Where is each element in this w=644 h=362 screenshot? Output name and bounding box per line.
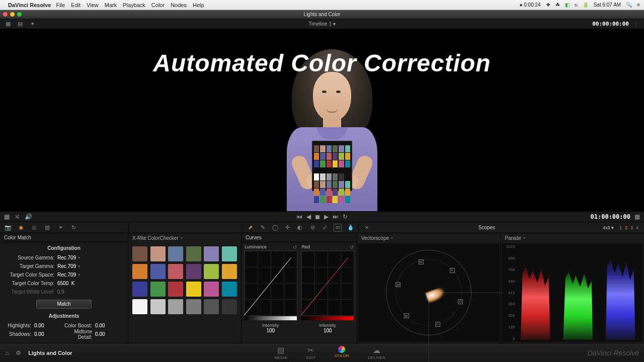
sizing-icon[interactable]: ⤢: [321, 224, 329, 232]
swatch[interactable]: [204, 299, 219, 314]
swatch[interactable]: [168, 299, 183, 314]
camera-icon[interactable]: 📷: [4, 224, 12, 232]
swatch[interactable]: [132, 299, 147, 314]
shuffle-icon[interactable]: ⤭: [15, 213, 20, 220]
scope-page-button[interactable]: 2: [623, 225, 629, 230]
more-icon[interactable]: ⋮: [632, 20, 640, 28]
settings-icon[interactable]: ⚙: [16, 349, 21, 356]
nav-tab-deliver[interactable]: ☁ DELIVER: [368, 346, 385, 360]
swatch[interactable]: [204, 264, 219, 279]
intensity-value[interactable]: 100: [319, 328, 336, 333]
bars-icon[interactable]: ▥: [43, 224, 51, 232]
vectorscope-display[interactable]: RMBCGY: [358, 243, 500, 342]
menu-mark[interactable]: Mark: [105, 2, 117, 8]
field-value[interactable]: 0.00: [95, 323, 125, 328]
field-value[interactable]: Rec.709: [57, 263, 125, 269]
nav-tab-media[interactable]: ▤ MEDIA: [274, 346, 287, 360]
menubar-icon[interactable]: ⎋: [575, 2, 578, 8]
audio-icon[interactable]: 🔊: [25, 213, 32, 220]
swatch[interactable]: [186, 299, 201, 314]
menu-file[interactable]: File: [56, 2, 65, 8]
last-frame-icon[interactable]: ⏭: [333, 213, 339, 220]
transport-timecode[interactable]: 01:00:00:00: [591, 213, 630, 220]
3d-icon[interactable]: 3D: [334, 224, 342, 232]
swatch[interactable]: [132, 246, 147, 261]
qualifier-icon[interactable]: ✎: [259, 224, 267, 232]
menu-icon[interactable]: ≡: [637, 2, 640, 8]
swatch[interactable]: [168, 246, 183, 261]
config-row[interactable]: Target Color Space: Rec.709: [3, 270, 125, 279]
curve-plot[interactable]: [301, 250, 354, 316]
window-icon[interactable]: ◯: [272, 224, 279, 232]
swatch[interactable]: [186, 246, 201, 261]
node-icon[interactable]: ⚭: [56, 224, 64, 232]
config-row[interactable]: Source Gamma: Rec.709: [3, 253, 125, 262]
config-row[interactable]: Target White Level: 0.9: [3, 288, 125, 296]
close-window-icon[interactable]: [3, 12, 8, 17]
colorwheels-icon[interactable]: ◉: [17, 224, 25, 232]
swatch[interactable]: [150, 264, 166, 279]
scope-page-button[interactable]: 1: [618, 225, 623, 230]
field-value[interactable]: Rec.709: [57, 272, 125, 278]
stop-icon[interactable]: ◼: [315, 213, 320, 220]
menubar-icon[interactable]: ❖: [546, 2, 550, 8]
menubar-icon[interactable]: ◧: [565, 2, 570, 8]
intensity-value[interactable]: 100: [262, 328, 279, 333]
nav-tab-color[interactable]: COLOR: [335, 346, 349, 360]
swatch[interactable]: [222, 299, 237, 314]
menu-view[interactable]: View: [87, 2, 99, 8]
menu-nodes[interactable]: Nodes: [171, 2, 187, 8]
field-value[interactable]: 0.00: [34, 331, 64, 337]
first-frame-icon[interactable]: ⏮: [296, 213, 302, 220]
loop-icon[interactable]: ↻: [343, 213, 348, 220]
menubar-icon[interactable]: ☘: [555, 2, 560, 8]
menubar-icon[interactable]: 🔋: [583, 2, 589, 8]
reset-icon[interactable]: ↺: [293, 244, 297, 250]
swatch[interactable]: [222, 246, 237, 261]
dropper-icon[interactable]: 💧: [347, 224, 354, 232]
field-value[interactable]: 0.9: [57, 289, 125, 295]
config-row[interactable]: Target Color Temp: 6500 K: [3, 279, 125, 288]
config-row[interactable]: Target Gamma: Rec.709: [3, 262, 125, 270]
viewer-timecode[interactable]: 00:00:00:00: [592, 21, 629, 27]
tracker-icon[interactable]: ✢: [284, 224, 291, 232]
swatch[interactable]: [150, 246, 166, 261]
scopes-layout-select[interactable]: 4x3 ▾: [603, 225, 614, 230]
refresh-icon[interactable]: ↻: [69, 224, 77, 232]
match-button[interactable]: Match: [36, 300, 92, 309]
curves-icon[interactable]: ⬈: [247, 224, 254, 232]
clock[interactable]: Sat 6:07 AM: [594, 2, 621, 8]
adjust-row[interactable]: Shadows: 0.00: [3, 330, 64, 338]
swatches-preset-select[interactable]: X-Rite ColorChecker: [128, 233, 241, 242]
swatch[interactable]: [222, 282, 237, 297]
blur-icon[interactable]: ◐: [296, 224, 304, 232]
project-name[interactable]: Lights and Color: [28, 350, 72, 356]
curve-plot[interactable]: [244, 250, 297, 316]
adjust-row[interactable]: Highlights: 0.00: [3, 321, 64, 330]
minimize-window-icon[interactable]: [10, 12, 15, 17]
grid-icon[interactable]: ▦: [4, 213, 10, 220]
play-icon[interactable]: ▶: [324, 213, 329, 220]
layout-icon[interactable]: ▦: [4, 20, 12, 28]
swatch[interactable]: [186, 264, 201, 279]
app-menu[interactable]: DaVinci Resolve: [8, 2, 51, 8]
spotlight-icon[interactable]: 🔍: [626, 2, 632, 8]
scope-page-button[interactable]: 3: [629, 225, 634, 230]
menu-edit[interactable]: Edit: [71, 2, 80, 8]
swatch[interactable]: [150, 299, 166, 314]
scope-page-button[interactable]: 4: [634, 225, 640, 230]
menu-help[interactable]: Help: [193, 2, 204, 8]
swatch[interactable]: [204, 246, 219, 261]
swatch[interactable]: [132, 264, 147, 279]
swatch[interactable]: [132, 282, 147, 297]
close-scopes-icon[interactable]: ×: [363, 224, 371, 232]
zoom-window-icon[interactable]: [17, 12, 22, 17]
home-icon[interactable]: ⌂: [5, 349, 9, 356]
nav-tab-edit[interactable]: ✂ EDIT: [306, 346, 315, 360]
reset-icon[interactable]: ↺: [350, 244, 354, 250]
field-value[interactable]: 6500 K: [57, 281, 125, 286]
swatch[interactable]: [222, 264, 237, 279]
scope-select[interactable]: Parade: [501, 233, 645, 242]
scope-select[interactable]: Vectorscope: [357, 233, 501, 242]
layout-grid-icon[interactable]: ▤: [16, 20, 24, 28]
